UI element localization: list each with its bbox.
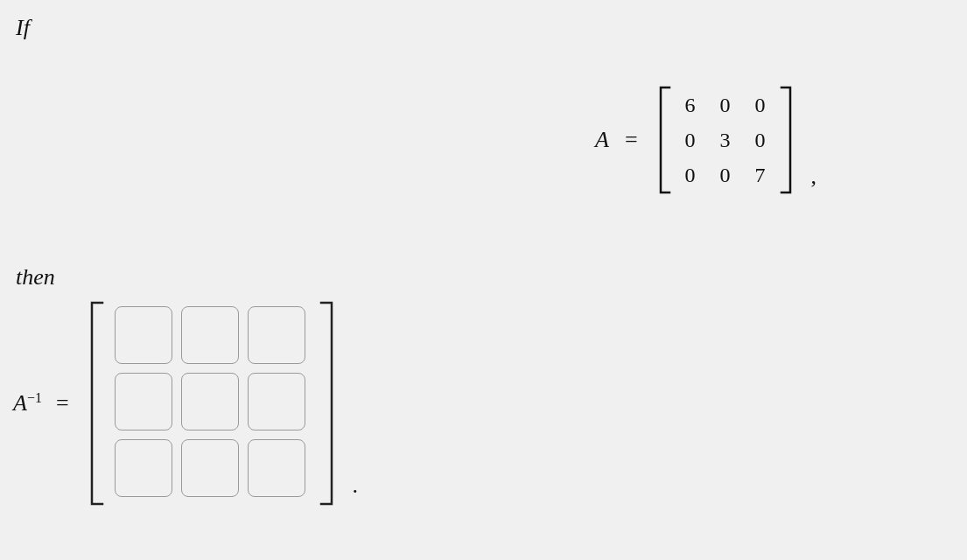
matrix-cell-2-1: 0 <box>708 158 743 192</box>
matrix-a-label: A <box>595 127 609 153</box>
matrix-cell-2-2: 7 <box>743 158 778 192</box>
input-cell-2-2[interactable] <box>248 439 305 497</box>
matrix-cell-1-2: 0 <box>743 122 778 158</box>
bracket-left-icon <box>654 83 673 197</box>
input-bracket-right-icon <box>316 298 340 509</box>
matrix-cell-2-0: 0 <box>673 158 708 192</box>
input-cell-0-0[interactable] <box>115 306 172 364</box>
bracket-right-icon <box>778 83 797 197</box>
input-cell-0-1[interactable] <box>181 306 239 364</box>
input-cell-1-0[interactable] <box>115 373 172 430</box>
inverse-sup: −1 <box>27 390 42 406</box>
input-matrix-wrapper <box>83 298 340 509</box>
input-cell-1-1[interactable] <box>181 373 239 430</box>
period: . <box>353 472 359 509</box>
input-grid <box>108 299 316 508</box>
equals-sign: = <box>625 127 638 153</box>
matrix-a-wrapper: 6 0 0 0 3 0 0 0 7 <box>654 83 797 197</box>
if-label: If <box>16 15 30 41</box>
matrix-a-grid: 6 0 0 0 3 0 0 0 7 <box>673 88 778 192</box>
matrix-a-comma: , <box>811 164 817 197</box>
matrix-cell-0-0: 6 <box>673 88 708 122</box>
input-cell-0-2[interactable] <box>248 306 305 364</box>
input-cell-2-0[interactable] <box>115 439 172 497</box>
matrix-cell-1-1: 3 <box>708 122 743 158</box>
matrix-cell-1-0: 0 <box>673 122 708 158</box>
matrix-cell-0-2: 0 <box>743 88 778 122</box>
inverse-equals: = <box>56 390 69 416</box>
inverse-section: A−1 = . <box>13 298 358 509</box>
matrix-a-section: A = 6 0 0 0 3 0 0 0 7 , <box>595 83 816 197</box>
inverse-label: A−1 <box>13 390 42 416</box>
input-bracket-left-icon <box>83 298 108 509</box>
inverse-a-letter: A <box>13 390 27 416</box>
input-cell-2-1[interactable] <box>181 439 239 497</box>
input-cell-1-2[interactable] <box>248 373 305 430</box>
matrix-cell-0-1: 0 <box>708 88 743 122</box>
then-label: then <box>16 264 55 290</box>
